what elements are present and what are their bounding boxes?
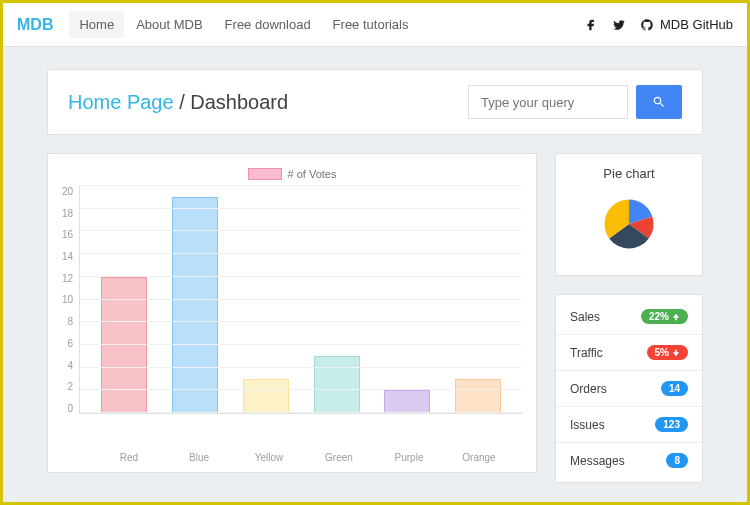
pie-chart-card: Pie chart [555,153,703,276]
pie-chart [594,189,664,259]
nav-home[interactable]: Home [69,11,124,38]
x-label: Red [106,452,152,463]
twitter-icon[interactable] [612,18,626,32]
stat-badge: 123 [655,417,688,432]
breadcrumb: Home Page / Dashboard [68,91,288,114]
x-label: Yellow [246,452,292,463]
bar-orange[interactable] [455,379,501,413]
bar-red[interactable] [101,277,147,413]
stat-messages[interactable]: Messages8 [556,443,702,478]
legend-label: # of Votes [288,168,337,180]
arrow-down-icon [672,349,680,357]
stat-label: Messages [570,454,625,468]
y-axis: 20181614121086420 [62,186,79,414]
stat-badge: 14 [661,381,688,396]
stat-orders[interactable]: Orders14 [556,371,702,407]
stat-label: Sales [570,310,600,324]
stat-label: Traffic [570,346,603,360]
x-label: Green [316,452,362,463]
stat-traffic[interactable]: Traffic5% [556,335,702,371]
stat-badge: 8 [666,453,688,468]
stat-label: Issues [570,418,605,432]
navbar: MDB Home About MDB Free download Free tu… [3,3,747,47]
search-button[interactable] [636,85,682,119]
stat-label: Orders [570,382,607,396]
pie-title: Pie chart [568,166,690,181]
legend-swatch [248,168,282,180]
search-group [468,85,682,119]
breadcrumb-home[interactable]: Home Page [68,91,174,113]
bar-purple[interactable] [384,390,430,413]
breadcrumb-sep: / [174,91,191,113]
nav-links: Home About MDB Free download Free tutori… [69,11,584,38]
x-label: Blue [176,452,222,463]
x-axis: RedBlueYellowGreenPurpleOrange [86,446,522,463]
main-row: # of Votes 20181614121086420 RedBlueYell… [47,153,703,483]
header-card: Home Page / Dashboard [47,69,703,135]
plot-area [79,186,522,414]
github-icon [640,18,654,32]
bar-green[interactable] [314,356,360,413]
arrow-up-icon [672,313,680,321]
nav-right: MDB GitHub [584,17,733,32]
sidebar: Pie chart Sales22%Traffic5%Orders14Issue… [555,153,703,483]
stat-badge: 22% [641,309,688,324]
github-link[interactable]: MDB GitHub [640,17,733,32]
nav-about[interactable]: About MDB [126,11,212,38]
x-label: Purple [386,452,432,463]
search-icon [652,95,666,109]
bars [80,186,522,413]
bar-chart-card: # of Votes 20181614121086420 RedBlueYell… [47,153,537,473]
content: Home Page / Dashboard # of Votes 2018161… [3,47,747,483]
nav-download[interactable]: Free download [215,11,321,38]
x-label: Orange [456,452,502,463]
facebook-icon[interactable] [584,18,598,32]
breadcrumb-current: Dashboard [190,91,288,113]
brand-logo[interactable]: MDB [17,16,53,34]
nav-tutorials[interactable]: Free tutorials [323,11,419,38]
search-input[interactable] [468,85,628,119]
stat-issues[interactable]: Issues123 [556,407,702,443]
stat-sales[interactable]: Sales22% [556,299,702,335]
github-label: MDB GitHub [660,17,733,32]
stat-badge: 5% [647,345,688,360]
stats-list: Sales22%Traffic5%Orders14Issues123Messag… [555,294,703,483]
chart-legend: # of Votes [62,164,522,182]
bar-chart: 20181614121086420 [62,186,522,446]
bar-yellow[interactable] [243,379,289,413]
